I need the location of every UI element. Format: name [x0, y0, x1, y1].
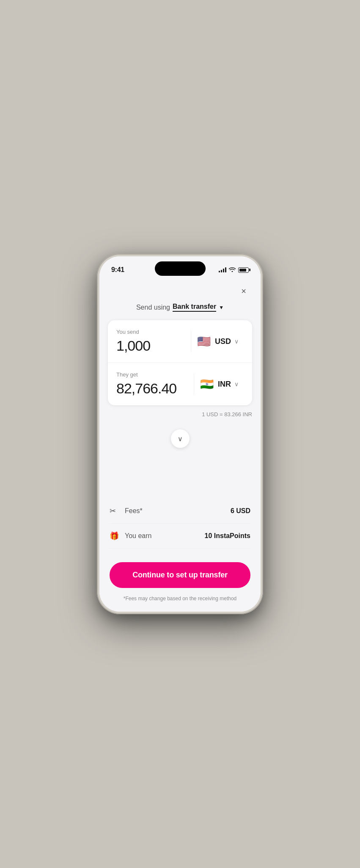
close-button[interactable]: ×	[237, 284, 250, 298]
phone-shell: 9:41	[97, 254, 263, 614]
us-flag-emoji: 🇺🇸	[197, 336, 211, 347]
app-content: × Send using Bank transfer ▼ You send 1,…	[99, 277, 261, 612]
sender-currency-selector[interactable]: 🇺🇸 USD ∨	[191, 330, 244, 352]
fee-section: ✂ Fees* 6 USD 🎁 You earn 10 InstaPoints	[99, 499, 261, 549]
receiver-amount-section: They get 82,766.40	[116, 371, 194, 397]
receiver-row: They get 82,766.40 🇮🇳 INR ∨	[108, 363, 252, 405]
exchange-rate-text: 1 USD = 83.266 INR	[202, 411, 252, 418]
spacer	[99, 455, 261, 492]
expand-button[interactable]: ∨	[171, 429, 190, 448]
earn-row: 🎁 You earn 10 InstaPoints	[110, 524, 250, 549]
chevron-down-icon: ∨	[178, 435, 183, 443]
status-time: 9:41	[111, 266, 124, 274]
status-icons	[219, 267, 249, 273]
cta-section: Continue to set up transfer	[99, 549, 261, 591]
sender-row: You send 1,000 🇺🇸 USD ∨	[108, 320, 252, 363]
currency-card: You send 1,000 🇺🇸 USD ∨ They get	[108, 320, 252, 405]
disclaimer-text: *Fees may change based on the receiving …	[99, 591, 261, 612]
gift-icon: 🎁	[110, 531, 120, 541]
receiver-label: They get	[116, 371, 194, 378]
fees-label: Fees*	[125, 507, 231, 515]
receiver-amount[interactable]: 82,766.40	[116, 380, 194, 397]
battery-icon	[238, 267, 249, 273]
usd-flag: 🇺🇸	[196, 334, 212, 349]
receiver-currency-code: INR	[218, 380, 231, 389]
send-using-row: Send using Bank transfer ▼	[99, 301, 261, 320]
earn-value: 10 InstaPoints	[205, 532, 250, 540]
signal-icon	[219, 267, 226, 272]
expand-section: ∨	[99, 423, 261, 455]
receiver-currency-chevron-icon: ∨	[234, 381, 239, 387]
sender-amount-section: You send 1,000	[116, 329, 191, 354]
scissors-icon: ✂	[110, 506, 120, 516]
receiver-currency-selector[interactable]: 🇮🇳 INR ∨	[194, 373, 244, 395]
sender-currency-code: USD	[215, 337, 231, 346]
phone-screen: 9:41	[99, 256, 261, 612]
india-flag-emoji: 🇮🇳	[200, 379, 214, 390]
close-row: ×	[99, 277, 261, 301]
send-using-method[interactable]: Bank transfer	[173, 303, 216, 312]
fees-value: 6 USD	[231, 507, 250, 515]
exchange-rate-row: 1 USD = 83.266 INR	[99, 407, 261, 419]
inr-flag: 🇮🇳	[199, 376, 214, 392]
sender-amount[interactable]: 1,000	[116, 338, 191, 354]
sender-label: You send	[116, 329, 191, 335]
fees-row: ✂ Fees* 6 USD	[110, 499, 250, 524]
sender-currency-chevron-icon: ∨	[234, 338, 239, 345]
send-using-prefix: Send using	[136, 304, 170, 311]
earn-label: You earn	[125, 532, 205, 540]
transfer-method-chevron-icon: ▼	[219, 305, 224, 310]
continue-transfer-button[interactable]: Continue to set up transfer	[110, 562, 250, 588]
dynamic-island	[155, 261, 206, 276]
wifi-icon	[229, 267, 236, 273]
